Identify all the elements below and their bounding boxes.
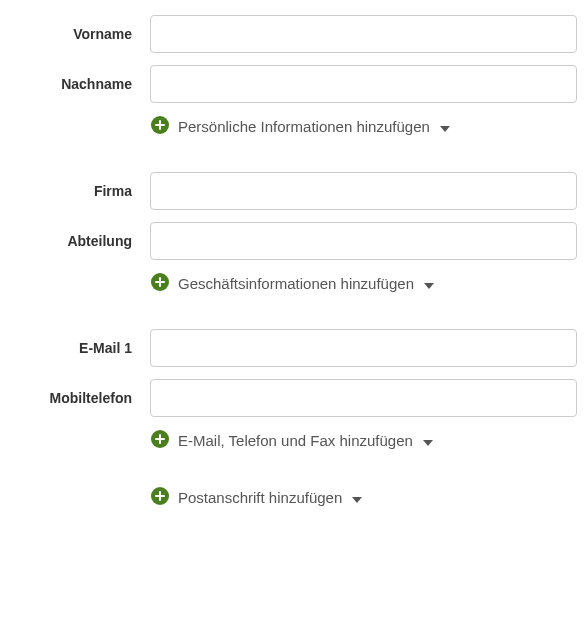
plus-circle-icon — [150, 429, 170, 452]
vorname-input[interactable] — [150, 15, 577, 53]
svg-rect-5 — [155, 281, 165, 283]
firma-input[interactable] — [150, 172, 577, 210]
plus-circle-icon — [150, 486, 170, 509]
add-contact-label: E-Mail, Telefon und Fax hinzufügen — [178, 432, 413, 449]
mobile-input[interactable] — [150, 379, 577, 417]
add-business-label: Geschäftsinformationen hinzufügen — [178, 275, 414, 292]
caret-down-icon — [440, 118, 450, 135]
caret-down-icon — [424, 275, 434, 292]
add-address-label: Postanschrift hinzufügen — [178, 489, 342, 506]
email1-label: E-Mail 1 — [10, 340, 150, 356]
add-address-row: Postanschrift hinzufügen — [10, 486, 577, 509]
plus-circle-icon — [150, 115, 170, 138]
caret-down-icon — [423, 432, 433, 449]
firma-label: Firma — [10, 183, 150, 199]
abteilung-row: Abteilung — [10, 222, 577, 260]
add-personal-label: Persönliche Informationen hinzufügen — [178, 118, 430, 135]
abteilung-label: Abteilung — [10, 233, 150, 249]
firma-row: Firma — [10, 172, 577, 210]
svg-rect-8 — [155, 438, 165, 440]
add-personal-link[interactable]: Persönliche Informationen hinzufügen — [150, 115, 450, 138]
add-personal-row: Persönliche Informationen hinzufügen — [10, 115, 577, 138]
vorname-row: Vorname — [10, 15, 577, 53]
email1-input[interactable] — [150, 329, 577, 367]
plus-circle-icon — [150, 272, 170, 295]
vorname-label: Vorname — [10, 26, 150, 42]
nachname-input[interactable] — [150, 65, 577, 103]
mobile-row: Mobiltelefon — [10, 379, 577, 417]
abteilung-input[interactable] — [150, 222, 577, 260]
add-business-row: Geschäftsinformationen hinzufügen — [10, 272, 577, 295]
mobile-label: Mobiltelefon — [10, 390, 150, 406]
email1-row: E-Mail 1 — [10, 329, 577, 367]
add-address-link[interactable]: Postanschrift hinzufügen — [150, 486, 362, 509]
svg-rect-11 — [155, 495, 165, 497]
nachname-row: Nachname — [10, 65, 577, 103]
add-contact-row: E-Mail, Telefon und Fax hinzufügen — [10, 429, 577, 452]
add-contact-link[interactable]: E-Mail, Telefon und Fax hinzufügen — [150, 429, 433, 452]
svg-rect-2 — [155, 124, 165, 126]
add-business-link[interactable]: Geschäftsinformationen hinzufügen — [150, 272, 434, 295]
caret-down-icon — [352, 489, 362, 506]
nachname-label: Nachname — [10, 76, 150, 92]
